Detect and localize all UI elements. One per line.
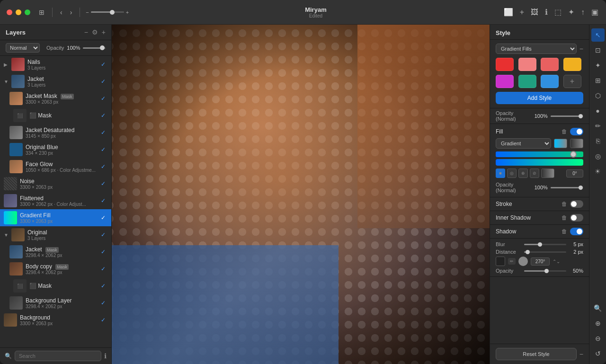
blur-slider[interactable] bbox=[524, 244, 566, 245]
brush-tool-btn[interactable]: ✏ bbox=[591, 119, 605, 133]
distance-slider[interactable] bbox=[524, 251, 566, 253]
zoom-slider[interactable] bbox=[91, 11, 124, 13]
fill-opacity-slider[interactable] bbox=[551, 187, 583, 188]
fill-toggle[interactable] bbox=[570, 128, 583, 135]
gradient-color-bar[interactable] bbox=[496, 159, 583, 166]
layer-visibility-check[interactable]: ✓ bbox=[101, 197, 107, 204]
layer-visibility-check[interactable]: ✓ bbox=[101, 231, 107, 238]
sidebar-toggle-button[interactable]: ⊞ bbox=[37, 8, 46, 17]
layer-visibility-check[interactable]: ✓ bbox=[101, 300, 107, 306]
gradient-fills-select[interactable]: Gradient Fills bbox=[496, 44, 577, 54]
gradient-angle-btn[interactable]: ⊕ bbox=[518, 169, 528, 178]
gradient-pointer[interactable] bbox=[570, 151, 577, 158]
blur-tool-btn[interactable]: ◎ bbox=[591, 150, 605, 163]
gradient-bw-btn[interactable] bbox=[541, 169, 554, 178]
export-btn[interactable]: ↑ bbox=[580, 7, 586, 18]
layer-row[interactable]: Jacket Desaturated 3145 × 850 px ✓ bbox=[0, 124, 111, 141]
layer-visibility-check[interactable]: ✓ bbox=[101, 317, 107, 323]
zoom-tool-btn[interactable]: 🔍 bbox=[591, 302, 605, 315]
stroke-toggle[interactable] bbox=[570, 200, 583, 208]
nav-back-button[interactable]: ‹ bbox=[58, 8, 64, 17]
color-swatch-pink[interactable] bbox=[518, 58, 536, 71]
layer-visibility-check[interactable]: ✓ bbox=[101, 78, 107, 85]
reset-style-button[interactable]: Reset Style bbox=[496, 348, 577, 360]
layers-settings-btn[interactable]: ⚙ bbox=[92, 28, 98, 36]
layer-row[interactable]: Background 3300 × 2063 px ✓ bbox=[0, 311, 111, 328]
shadow-highlight-swatch[interactable] bbox=[518, 257, 528, 266]
reset-style-remove-btn[interactable]: − bbox=[579, 350, 583, 358]
retouch-tool-btn[interactable]: ● bbox=[591, 104, 605, 117]
maximize-button[interactable] bbox=[25, 9, 30, 15]
color-swatch-red[interactable] bbox=[496, 58, 514, 71]
grid-tool-btn[interactable]: ⊞ bbox=[591, 74, 605, 87]
shadow-color-label[interactable]: ✏ bbox=[508, 258, 516, 265]
layer-visibility-check[interactable]: ✓ bbox=[101, 95, 107, 102]
shadow-color-swatch[interactable] bbox=[496, 257, 505, 266]
layer-row[interactable]: Body copy Mask 3298.4 × 2062 px ✓ bbox=[0, 260, 111, 277]
gradient-type-select[interactable]: Gradient Linear Radial bbox=[496, 138, 551, 149]
layers-list[interactable]: ▶ Nails 3 Layers ✓ ▼ Jacket 3 Layers bbox=[0, 56, 111, 347]
shadow-angle-input[interactable] bbox=[531, 257, 550, 266]
gradient-color-preset[interactable] bbox=[554, 139, 567, 148]
layer-row[interactable]: Original Blue 334 × 230 px ✓ bbox=[0, 141, 111, 158]
trash-icon[interactable]: 🗑 bbox=[561, 128, 567, 135]
angle-stepper[interactable]: ⌃⌄ bbox=[553, 259, 560, 264]
shadow-toggle[interactable] bbox=[570, 228, 583, 235]
crop-tool-btn[interactable]: ⊡ bbox=[591, 44, 605, 57]
layer-visibility-check[interactable]: ✓ bbox=[101, 249, 107, 255]
zoom-out-icon[interactable]: − bbox=[86, 9, 89, 15]
gradient-reflect-btn[interactable]: ⊘ bbox=[530, 169, 539, 178]
close-button[interactable] bbox=[7, 9, 12, 15]
search-input[interactable] bbox=[15, 351, 101, 361]
add-swatch-btn[interactable]: + bbox=[563, 75, 581, 88]
layout-btn[interactable]: ▣ bbox=[590, 7, 599, 18]
layer-visibility-check[interactable]: ✓ bbox=[101, 146, 107, 153]
display-btn[interactable]: ⬜ bbox=[503, 7, 514, 18]
filter-btn[interactable]: ✦ bbox=[567, 7, 575, 18]
layer-row[interactable]: Face Glow 1050 × 686 px · Color Adjustme… bbox=[0, 158, 111, 175]
info-btn[interactable]: ℹ bbox=[544, 7, 549, 18]
color-swatch-rose[interactable] bbox=[541, 58, 559, 71]
layer-visibility-check[interactable]: ✓ bbox=[101, 163, 107, 170]
layers-add-btn[interactable]: + bbox=[102, 28, 106, 36]
layer-row[interactable]: Background Layer 3298.4 × 2062 px ✓ bbox=[0, 294, 111, 311]
clone-tool-btn[interactable]: ⎘ bbox=[591, 134, 605, 148]
crop-btn[interactable]: ⬚ bbox=[553, 7, 562, 18]
layer-visibility-check[interactable]: ✓ bbox=[101, 180, 107, 187]
lasso-tool-btn[interactable]: ⬡ bbox=[591, 89, 605, 102]
color-swatch-blue[interactable] bbox=[541, 75, 559, 88]
layer-row[interactable]: Jacket Mask 3298.4 × 2062 px ✓ bbox=[0, 243, 111, 260]
shadow-trash-icon[interactable]: 🗑 bbox=[561, 228, 567, 235]
gradient-angle-input[interactable] bbox=[566, 169, 583, 178]
shadow-opacity-slider[interactable] bbox=[524, 270, 566, 272]
layer-visibility-check[interactable]: ✓ bbox=[101, 266, 107, 272]
gradient-bw-preset[interactable] bbox=[570, 139, 583, 148]
star-tool-btn[interactable]: ✦ bbox=[591, 59, 605, 72]
layer-visibility-check[interactable]: ✓ bbox=[101, 112, 107, 119]
color-swatch-yellow[interactable] bbox=[563, 58, 581, 71]
layer-row[interactable]: ▼ Jacket 3 Layers ✓ bbox=[0, 73, 111, 90]
layer-visibility-check[interactable]: ✓ bbox=[101, 61, 107, 68]
zoom-in-rt-btn[interactable]: ⊕ bbox=[591, 317, 605, 330]
layer-row[interactable]: Jacket Mask Mask 3300 × 2063 px ✓ bbox=[0, 90, 111, 107]
color-swatch-purple[interactable] bbox=[496, 75, 514, 88]
gradient-handle-bar[interactable] bbox=[496, 151, 583, 157]
layers-remove-btn[interactable]: − bbox=[84, 28, 88, 36]
opacity-slider[interactable] bbox=[83, 47, 106, 49]
rotate-rt-btn[interactable]: ↺ bbox=[591, 347, 605, 360]
add-btn[interactable]: + bbox=[519, 7, 525, 18]
opacity-prop-slider[interactable] bbox=[551, 115, 583, 117]
minimize-button[interactable] bbox=[16, 9, 21, 15]
dodge-tool-btn[interactable]: ☀ bbox=[591, 165, 605, 178]
layer-visibility-check[interactable]: ✓ bbox=[101, 214, 107, 221]
search-info-button[interactable]: ℹ bbox=[104, 352, 107, 360]
gradient-linear-btn[interactable]: ■ bbox=[496, 169, 505, 178]
color-swatch-teal[interactable] bbox=[518, 75, 536, 88]
blend-mode-select[interactable]: Normal Multiply Screen bbox=[6, 43, 40, 53]
layer-visibility-check[interactable]: ✓ bbox=[101, 129, 107, 136]
gradient-radial-btn[interactable]: ◎ bbox=[507, 169, 517, 178]
add-style-button[interactable]: Add Style bbox=[496, 92, 583, 104]
layer-row-selected[interactable]: Gradient Fill 3300 × 2063 px ✓ bbox=[0, 209, 111, 226]
layer-row[interactable]: ⬛ ⬛ Mask ✓ bbox=[0, 107, 111, 124]
cursor-tool-btn[interactable]: ↖ bbox=[591, 28, 605, 42]
